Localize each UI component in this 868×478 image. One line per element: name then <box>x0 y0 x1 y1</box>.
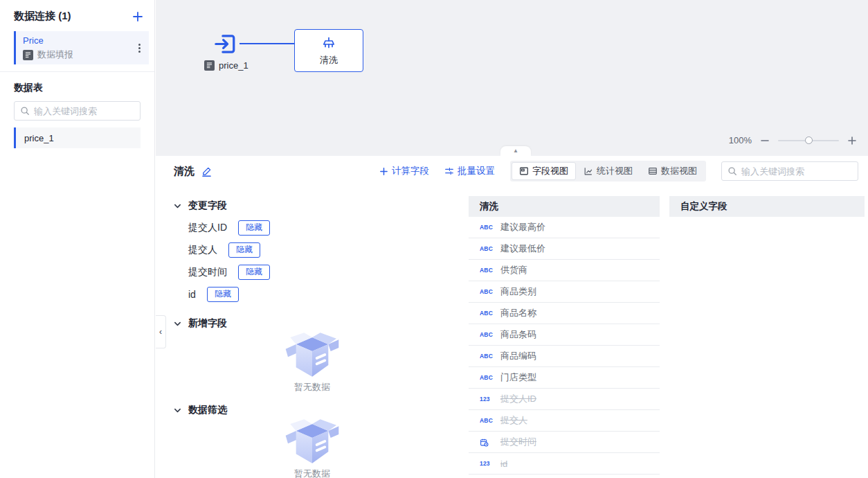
config-area: 变更字段 提交人ID 隐藏 提交人 隐藏 提交时间 隐藏 id 隐藏 <box>156 186 469 478</box>
panel-collapse-handle[interactable]: ▲ <box>500 146 531 156</box>
form-app-icon <box>23 50 33 60</box>
field-row[interactable]: ABC 门店类型 <box>469 367 660 389</box>
tab-data-view[interactable]: 数据视图 <box>640 162 705 180</box>
field-row-hidden[interactable]: 提交时间 <box>469 432 660 453</box>
chevron-down-icon <box>174 320 181 328</box>
number-type-icon: 123 <box>480 396 494 402</box>
datetime-type-icon <box>480 438 494 447</box>
field-row[interactable]: ABC 商品名称 <box>469 303 660 324</box>
data-connection-sidebar: 数据连接 (1) Price 数据填报 数据表 price_1 <box>0 0 155 478</box>
zoom-in-button[interactable] <box>847 136 857 145</box>
chart-view-icon <box>584 166 593 176</box>
tables-title: 数据表 <box>0 72 154 101</box>
field-row-hidden[interactable]: ABC 提交人 <box>469 410 660 432</box>
panel-toolbar: 计算字段 批量设置 字段视图 <box>379 161 858 182</box>
input-node-name: price_1 <box>219 60 248 71</box>
plus-icon <box>847 136 857 145</box>
field-row-hidden[interactable]: 123 提交人ID <box>469 389 660 410</box>
section-data-filter[interactable]: 数据筛选 <box>174 403 469 417</box>
field-row[interactable]: ABC 建议最低价 <box>469 238 660 260</box>
changed-field-row: 提交人ID 隐藏 <box>174 217 469 239</box>
tab-stats-view[interactable]: 统计视图 <box>576 162 640 180</box>
field-row[interactable]: ABC 商品条码 <box>469 324 660 346</box>
field-row[interactable]: ABC 商品类别 <box>469 281 660 303</box>
input-node-label[interactable]: price_1 <box>204 60 248 71</box>
panel-header: 清洗 计算字段 <box>156 156 868 186</box>
field-row[interactable]: ABC 商品编码 <box>469 346 660 367</box>
empty-text: 暂无数据 <box>294 468 330 478</box>
search-icon <box>727 166 737 176</box>
clean-node[interactable]: 清洗 <box>294 29 363 72</box>
section-changed-fields[interactable]: 变更字段 <box>174 199 469 213</box>
changed-field-row: 提交时间 隐藏 <box>174 261 469 283</box>
section-added-fields[interactable]: 新增字段 <box>174 317 469 330</box>
chevron-down-icon <box>174 407 181 414</box>
hidden-tag[interactable]: 隐藏 <box>228 242 260 258</box>
text-type-icon: ABC <box>480 288 494 295</box>
flow-edge <box>239 43 295 44</box>
add-connection-button[interactable] <box>132 11 143 22</box>
empty-state: 暂无数据 <box>165 330 460 393</box>
zoom-slider[interactable] <box>778 136 839 145</box>
caret-up-icon: ▲ <box>513 148 518 154</box>
field-search <box>721 161 858 181</box>
empty-box-icon <box>284 330 340 379</box>
text-type-icon: ABC <box>480 245 494 252</box>
input-node[interactable] <box>213 31 239 57</box>
data-import-icon <box>213 31 239 57</box>
minus-icon <box>760 136 770 145</box>
connection-more-button[interactable] <box>136 41 143 55</box>
connections-title: 数据连接 (1) <box>14 10 71 23</box>
empty-box-icon <box>284 417 340 466</box>
text-type-icon: ABC <box>480 417 494 424</box>
text-type-icon: ABC <box>480 310 494 317</box>
connection-item-price[interactable]: Price 数据填报 <box>14 31 149 64</box>
text-type-icon: ABC <box>480 224 494 231</box>
text-type-icon: ABC <box>480 267 494 274</box>
changed-field-row: id 隐藏 <box>174 283 469 306</box>
add-calc-field-button[interactable]: 计算字段 <box>379 165 429 177</box>
zoom-level: 100% <box>729 135 752 145</box>
text-type-icon: ABC <box>480 353 494 360</box>
table-item-price-1[interactable]: price_1 <box>14 127 141 148</box>
field-search-input[interactable] <box>741 166 852 177</box>
field-row[interactable]: ABC 供货商 <box>469 260 660 281</box>
changed-field-row: 提交人 隐藏 <box>174 239 469 261</box>
chevron-down-icon <box>174 202 181 210</box>
column-header: 清洗 <box>469 196 660 217</box>
form-app-icon <box>204 60 215 71</box>
text-type-icon: ABC <box>480 331 494 338</box>
field-row-hidden[interactable]: 123 id <box>469 453 660 475</box>
rename-button[interactable] <box>201 166 212 177</box>
connections-header: 数据连接 (1) <box>0 0 154 31</box>
batch-setting-button[interactable]: 批量设置 <box>444 165 495 177</box>
field-column-custom: 自定义字段 <box>669 196 865 217</box>
tab-field-view[interactable]: 字段视图 <box>512 162 576 180</box>
clean-node-label: 清洗 <box>320 54 338 67</box>
table-view-icon <box>648 166 658 176</box>
hidden-tag[interactable]: 隐藏 <box>238 265 270 280</box>
broom-icon <box>320 35 337 52</box>
field-view-icon <box>519 166 529 176</box>
zoom-control: 100% <box>729 135 857 145</box>
column-header: 自定义字段 <box>669 196 865 217</box>
zoom-out-button[interactable] <box>760 136 770 145</box>
table-search-input[interactable] <box>34 106 134 116</box>
connection-type-label: 数据填报 <box>37 48 73 61</box>
empty-state: 暂无数据 <box>165 417 460 478</box>
plus-icon <box>379 167 388 176</box>
flow-canvas[interactable]: price_1 清洗 100% ▲ <box>156 0 868 156</box>
field-row[interactable]: ABC 建议最高价 <box>469 217 660 238</box>
hidden-tag[interactable]: 隐藏 <box>238 220 270 236</box>
panel-title: 清洗 <box>174 165 195 178</box>
plus-icon <box>132 11 143 22</box>
number-type-icon: 123 <box>480 460 494 467</box>
connection-name: Price <box>23 35 73 46</box>
empty-text: 暂无数据 <box>294 381 330 393</box>
table-search <box>14 101 141 121</box>
field-column-clean: 清洗 ABC 建议最高价 ABC 建议最低价 ABC 供货商 ABC 商品类别 … <box>469 196 660 475</box>
text-type-icon: ABC <box>480 374 494 381</box>
zoom-slider-handle[interactable] <box>805 136 813 144</box>
search-icon <box>20 106 30 116</box>
hidden-tag[interactable]: 隐藏 <box>207 287 239 302</box>
